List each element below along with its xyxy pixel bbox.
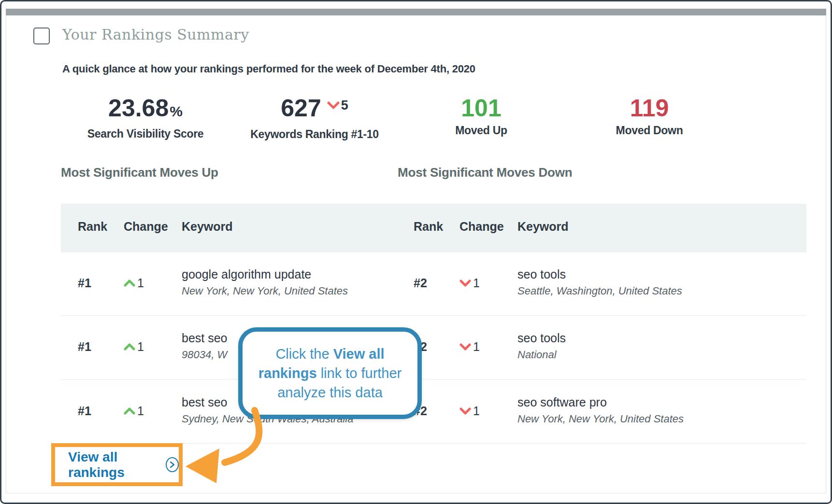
column-header-rank: Rank xyxy=(414,220,443,234)
change-cell: 1 xyxy=(459,276,480,290)
column-header-keyword: Keyword xyxy=(517,220,569,234)
change-cell: 1 xyxy=(124,404,144,418)
change-value: 1 xyxy=(137,276,144,290)
column-header-change: Change xyxy=(459,220,504,234)
summary-subtitle: A quick glance at how your rankings perf… xyxy=(62,63,475,75)
stat-value: 627 xyxy=(281,94,321,122)
change-value: 1 xyxy=(137,404,144,418)
keyword-location: New York, New York, United States xyxy=(182,285,348,297)
keyword-cell: seo software pro New York, New York, Uni… xyxy=(517,395,684,425)
keyword-text: seo software pro xyxy=(517,395,684,409)
section-title-moves-down: Most Significant Moves Down xyxy=(398,165,573,180)
stat-value: 101 xyxy=(461,94,501,122)
callout-arrow xyxy=(6,15,826,493)
change-value: 1 xyxy=(473,340,480,354)
change-cell: 1 xyxy=(459,404,480,418)
stat-keywords-ranking: 627 5 Keywords Ranking #1-10 xyxy=(218,94,411,141)
page-title: Your Rankings Summary xyxy=(62,26,249,43)
keyword-cell: google algorithm update New York, New Yo… xyxy=(182,267,348,297)
summary-checkbox[interactable] xyxy=(33,28,50,44)
down-chevron-icon xyxy=(327,101,340,110)
up-chevron-icon xyxy=(124,279,135,287)
rank-cell: #1 xyxy=(78,340,91,354)
rankings-summary-panel: Your Rankings Summary A quick glance at … xyxy=(6,15,826,493)
highlight-box: View all rankings xyxy=(51,443,183,486)
change-cell: 1 xyxy=(459,340,480,354)
keyword-cell: best seo 98034, W xyxy=(182,331,228,361)
row-divider xyxy=(61,315,806,316)
keyword-text: google algorithm update xyxy=(182,267,348,281)
up-chevron-icon xyxy=(124,343,135,351)
report-window: Your Rankings Summary A quick glance at … xyxy=(0,0,832,504)
keyword-location: New York, New York, United States xyxy=(517,413,684,425)
down-chevron-icon xyxy=(459,343,471,351)
stat-label: Moved Down xyxy=(553,124,746,137)
stat-label: Moved Up xyxy=(385,124,578,137)
rank-cell: #1 xyxy=(78,404,91,418)
callout-text: Click the View all rankings link to furt… xyxy=(243,344,417,402)
keyword-location: National xyxy=(517,349,566,361)
column-header-rank: Rank xyxy=(78,220,107,234)
stat-change-value: 5 xyxy=(341,91,348,119)
view-all-rankings-link[interactable]: View all rankings xyxy=(68,449,179,480)
stat-search-visibility: 23.68% Search Visibility Score xyxy=(49,94,242,140)
keyword-location: Seattle, Washington, United States xyxy=(517,285,682,297)
keyword-location: 98034, W xyxy=(182,349,228,361)
change-value: 1 xyxy=(473,276,480,290)
keyword-cell: seo tools Seattle, Washington, United St… xyxy=(517,267,682,297)
change-value: 1 xyxy=(473,404,480,418)
stat-label: Search Visibility Score xyxy=(49,127,242,140)
change-cell: 1 xyxy=(124,276,144,290)
up-chevron-icon xyxy=(124,407,135,415)
column-header-change: Change xyxy=(124,220,168,234)
view-all-rankings-label: View all rankings xyxy=(68,449,161,480)
keyword-cell: seo tools National xyxy=(517,331,566,361)
change-cell: 1 xyxy=(124,340,144,354)
rank-cell: #2 xyxy=(414,276,427,290)
stat-value: 119 xyxy=(630,94,669,122)
down-chevron-icon xyxy=(459,407,471,415)
keyword-text: seo tools xyxy=(517,267,682,281)
column-header-keyword: Keyword xyxy=(182,220,233,234)
callout-tooltip: Click the View all rankings link to furt… xyxy=(238,327,422,419)
down-chevron-icon xyxy=(459,279,471,287)
stat-label: Keywords Ranking #1-10 xyxy=(218,128,411,141)
window-top-bar xyxy=(6,9,826,15)
change-value: 1 xyxy=(137,340,144,354)
circle-arrow-icon xyxy=(166,457,179,472)
stat-moved-up: 101 Moved Up xyxy=(385,94,578,137)
stat-moved-down: 119 Moved Down xyxy=(553,94,746,137)
keyword-text: seo tools xyxy=(517,331,566,345)
rank-cell: #1 xyxy=(78,276,91,290)
keyword-text: best seo xyxy=(182,331,228,345)
row-divider xyxy=(61,379,806,379)
stat-value: 23.68 xyxy=(108,94,169,122)
stat-suffix: % xyxy=(170,98,183,126)
section-title-moves-up: Most Significant Moves Up xyxy=(61,165,218,180)
